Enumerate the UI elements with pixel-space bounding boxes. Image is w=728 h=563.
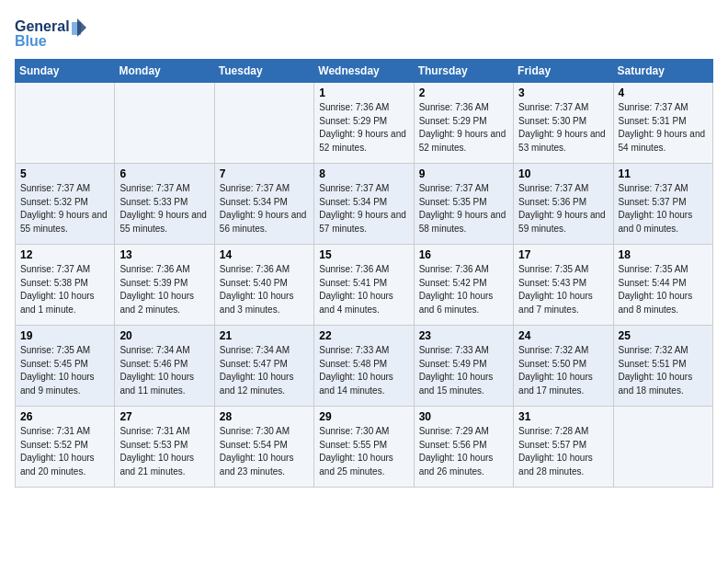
calendar-cell: 26Sunrise: 7:31 AMSunset: 5:52 PMDayligh… [16, 407, 115, 488]
calendar-cell: 4Sunrise: 7:37 AMSunset: 5:31 PMDaylight… [613, 83, 712, 164]
calendar-cell: 21Sunrise: 7:34 AMSunset: 5:47 PMDayligh… [214, 326, 313, 407]
calendar-cell: 1Sunrise: 7:36 AMSunset: 5:29 PMDaylight… [314, 83, 414, 164]
calendar-week-3: 12Sunrise: 7:37 AMSunset: 5:38 PMDayligh… [16, 245, 713, 326]
day-number: 20 [119, 329, 209, 342]
day-number: 6 [119, 167, 209, 180]
logo: General Blue [15, 15, 88, 52]
day-number: 25 [619, 329, 708, 342]
day-number: 14 [220, 248, 309, 261]
calendar-cell: 3Sunrise: 7:37 AMSunset: 5:30 PMDaylight… [514, 83, 613, 164]
day-info: Sunrise: 7:37 AMSunset: 5:35 PMDaylight:… [419, 182, 508, 236]
calendar-cell [214, 83, 313, 164]
calendar-cell: 17Sunrise: 7:35 AMSunset: 5:43 PMDayligh… [514, 245, 613, 326]
calendar-cell: 10Sunrise: 7:37 AMSunset: 5:36 PMDayligh… [514, 164, 613, 245]
day-number: 4 [619, 86, 708, 99]
day-number: 18 [619, 248, 708, 261]
calendar-table: SundayMondayTuesdayWednesdayThursdayFrid… [15, 59, 713, 488]
calendar-cell: 15Sunrise: 7:36 AMSunset: 5:41 PMDayligh… [314, 245, 414, 326]
day-info: Sunrise: 7:37 AMSunset: 5:38 PMDaylight:… [20, 263, 109, 316]
day-info: Sunrise: 7:31 AMSunset: 5:53 PMDaylight:… [119, 425, 209, 478]
day-number: 5 [20, 167, 109, 180]
day-number: 29 [319, 410, 408, 423]
day-number: 2 [419, 86, 508, 99]
day-number: 23 [419, 329, 508, 342]
calendar-week-5: 26Sunrise: 7:31 AMSunset: 5:52 PMDayligh… [16, 407, 713, 488]
calendar-cell: 20Sunrise: 7:34 AMSunset: 5:46 PMDayligh… [115, 326, 214, 407]
calendar-cell: 9Sunrise: 7:37 AMSunset: 5:35 PMDaylight… [414, 164, 513, 245]
weekday-header-saturday: Saturday [613, 60, 712, 83]
svg-text:General: General [15, 18, 70, 34]
day-number: 8 [319, 167, 408, 180]
day-info: Sunrise: 7:35 AMSunset: 5:45 PMDaylight:… [20, 344, 109, 397]
day-number: 26 [20, 410, 109, 423]
day-info: Sunrise: 7:32 AMSunset: 5:51 PMDaylight:… [619, 344, 708, 397]
day-info: Sunrise: 7:30 AMSunset: 5:54 PMDaylight:… [220, 425, 309, 478]
calendar-cell: 30Sunrise: 7:29 AMSunset: 5:56 PMDayligh… [414, 407, 513, 488]
day-info: Sunrise: 7:35 AMSunset: 5:43 PMDaylight:… [518, 263, 608, 316]
calendar-cell: 16Sunrise: 7:36 AMSunset: 5:42 PMDayligh… [414, 245, 513, 326]
day-info: Sunrise: 7:31 AMSunset: 5:52 PMDaylight:… [20, 425, 109, 478]
calendar-cell: 24Sunrise: 7:32 AMSunset: 5:50 PMDayligh… [514, 326, 613, 407]
calendar-cell: 5Sunrise: 7:37 AMSunset: 5:32 PMDaylight… [16, 164, 115, 245]
day-info: Sunrise: 7:36 AMSunset: 5:40 PMDaylight:… [220, 263, 309, 316]
day-number: 13 [119, 248, 209, 261]
calendar-cell: 12Sunrise: 7:37 AMSunset: 5:38 PMDayligh… [16, 245, 115, 326]
day-number: 19 [20, 329, 109, 342]
day-number: 22 [319, 329, 408, 342]
calendar-cell: 7Sunrise: 7:37 AMSunset: 5:34 PMDaylight… [214, 164, 313, 245]
calendar-cell [613, 407, 712, 488]
day-info: Sunrise: 7:36 AMSunset: 5:42 PMDaylight:… [419, 263, 508, 316]
day-info: Sunrise: 7:30 AMSunset: 5:55 PMDaylight:… [319, 425, 408, 478]
calendar-header: SundayMondayTuesdayWednesdayThursdayFrid… [16, 60, 713, 83]
day-info: Sunrise: 7:37 AMSunset: 5:36 PMDaylight:… [518, 182, 608, 236]
day-number: 1 [319, 86, 408, 99]
calendar-week-4: 19Sunrise: 7:35 AMSunset: 5:45 PMDayligh… [16, 326, 713, 407]
day-info: Sunrise: 7:36 AMSunset: 5:29 PMDaylight:… [319, 101, 408, 155]
weekday-header-monday: Monday [115, 60, 214, 83]
day-number: 9 [419, 167, 508, 180]
svg-marker-3 [77, 18, 86, 37]
page-header: General Blue [15, 15, 713, 52]
day-number: 16 [419, 248, 508, 261]
day-info: Sunrise: 7:37 AMSunset: 5:33 PMDaylight:… [119, 182, 209, 236]
day-info: Sunrise: 7:37 AMSunset: 5:37 PMDaylight:… [619, 182, 708, 236]
day-info: Sunrise: 7:36 AMSunset: 5:41 PMDaylight:… [319, 263, 408, 316]
calendar-cell: 19Sunrise: 7:35 AMSunset: 5:45 PMDayligh… [16, 326, 115, 407]
weekday-header-wednesday: Wednesday [314, 60, 414, 83]
day-info: Sunrise: 7:34 AMSunset: 5:47 PMDaylight:… [220, 344, 309, 397]
day-info: Sunrise: 7:32 AMSunset: 5:50 PMDaylight:… [518, 344, 608, 397]
day-info: Sunrise: 7:36 AMSunset: 5:39 PMDaylight:… [119, 263, 209, 316]
calendar-cell: 31Sunrise: 7:28 AMSunset: 5:57 PMDayligh… [514, 407, 613, 488]
day-info: Sunrise: 7:37 AMSunset: 5:34 PMDaylight:… [220, 182, 309, 236]
calendar-cell [16, 83, 115, 164]
svg-text:Blue: Blue [15, 33, 47, 49]
day-number: 15 [319, 248, 408, 261]
calendar-cell: 18Sunrise: 7:35 AMSunset: 5:44 PMDayligh… [613, 245, 712, 326]
weekday-header-tuesday: Tuesday [214, 60, 313, 83]
calendar-cell: 6Sunrise: 7:37 AMSunset: 5:33 PMDaylight… [115, 164, 214, 245]
calendar-cell: 8Sunrise: 7:37 AMSunset: 5:34 PMDaylight… [314, 164, 414, 245]
day-info: Sunrise: 7:37 AMSunset: 5:34 PMDaylight:… [319, 182, 408, 236]
calendar-cell: 14Sunrise: 7:36 AMSunset: 5:40 PMDayligh… [214, 245, 313, 326]
day-info: Sunrise: 7:37 AMSunset: 5:31 PMDaylight:… [619, 101, 708, 155]
day-info: Sunrise: 7:37 AMSunset: 5:32 PMDaylight:… [20, 182, 109, 236]
day-info: Sunrise: 7:28 AMSunset: 5:57 PMDaylight:… [518, 425, 608, 478]
weekday-header-friday: Friday [514, 60, 613, 83]
calendar-cell [115, 83, 214, 164]
day-number: 31 [518, 410, 608, 423]
day-number: 28 [220, 410, 309, 423]
day-info: Sunrise: 7:35 AMSunset: 5:44 PMDaylight:… [619, 263, 708, 316]
day-number: 17 [518, 248, 608, 261]
day-number: 12 [20, 248, 109, 261]
day-info: Sunrise: 7:29 AMSunset: 5:56 PMDaylight:… [419, 425, 508, 478]
day-number: 7 [220, 167, 309, 180]
calendar-cell: 29Sunrise: 7:30 AMSunset: 5:55 PMDayligh… [314, 407, 414, 488]
day-number: 27 [119, 410, 209, 423]
calendar-cell: 27Sunrise: 7:31 AMSunset: 5:53 PMDayligh… [115, 407, 214, 488]
day-number: 30 [419, 410, 508, 423]
day-number: 11 [619, 167, 708, 180]
day-number: 24 [518, 329, 608, 342]
calendar-week-2: 5Sunrise: 7:37 AMSunset: 5:32 PMDaylight… [16, 164, 713, 245]
calendar-cell: 11Sunrise: 7:37 AMSunset: 5:37 PMDayligh… [613, 164, 712, 245]
day-info: Sunrise: 7:33 AMSunset: 5:49 PMDaylight:… [419, 344, 508, 397]
